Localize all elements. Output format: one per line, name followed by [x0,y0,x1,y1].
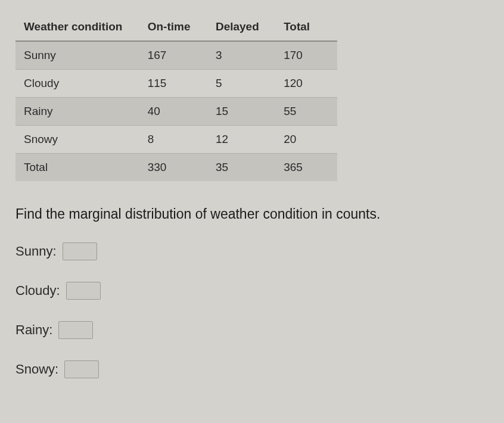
cell-ontime: 330 [139,154,207,182]
answer-label: Rainy: [15,322,52,338]
cell-total: 365 [275,154,337,182]
answer-label: Sunny: [15,244,57,259]
table-row: Total 330 35 365 [15,154,337,182]
header-ontime: On-time [139,13,207,41]
question-text: Find the marginal distribution of weathe… [15,206,489,222]
cell-label: Rainy [15,98,139,126]
answer-row-sunny: Sunny: [15,242,489,260]
answer-label: Cloudy: [15,283,60,298]
cell-ontime: 40 [139,98,207,126]
cell-total: 170 [275,41,337,70]
answer-row-snowy: Snowy: [15,360,489,378]
table-row: Rainy 40 15 55 [15,98,337,126]
cell-ontime: 115 [139,70,207,98]
table-row: Snowy 8 12 20 [15,126,337,154]
answer-input-snowy[interactable] [64,360,99,378]
cell-total: 20 [275,126,337,154]
table-row: Cloudy 115 5 120 [15,70,337,98]
cell-label: Sunny [15,41,139,70]
cell-label: Cloudy [15,70,139,98]
header-delayed: Delayed [207,13,275,41]
cell-ontime: 167 [139,41,207,70]
answer-row-rainy: Rainy: [15,321,489,339]
answers-section: Sunny: Cloudy: Rainy: Snowy: [15,242,489,378]
cell-delayed: 3 [207,41,275,70]
header-total: Total [275,13,337,41]
weather-table: Weather condition On-time Delayed Total … [15,13,337,181]
cell-total: 120 [275,70,337,98]
cell-delayed: 12 [207,126,275,154]
answer-input-sunny[interactable] [63,242,97,260]
cell-label: Total [15,154,139,182]
answer-input-rainy[interactable] [58,321,93,339]
cell-ontime: 8 [139,126,207,154]
cell-total: 55 [275,98,337,126]
answer-label: Snowy: [15,362,58,377]
cell-delayed: 5 [207,70,275,98]
table-row: Sunny 167 3 170 [15,41,337,70]
answer-input-cloudy[interactable] [66,282,101,300]
answer-row-cloudy: Cloudy: [15,282,489,300]
cell-delayed: 35 [207,154,275,182]
cell-delayed: 15 [207,98,275,126]
header-weather: Weather condition [15,13,139,41]
cell-label: Snowy [15,126,139,154]
